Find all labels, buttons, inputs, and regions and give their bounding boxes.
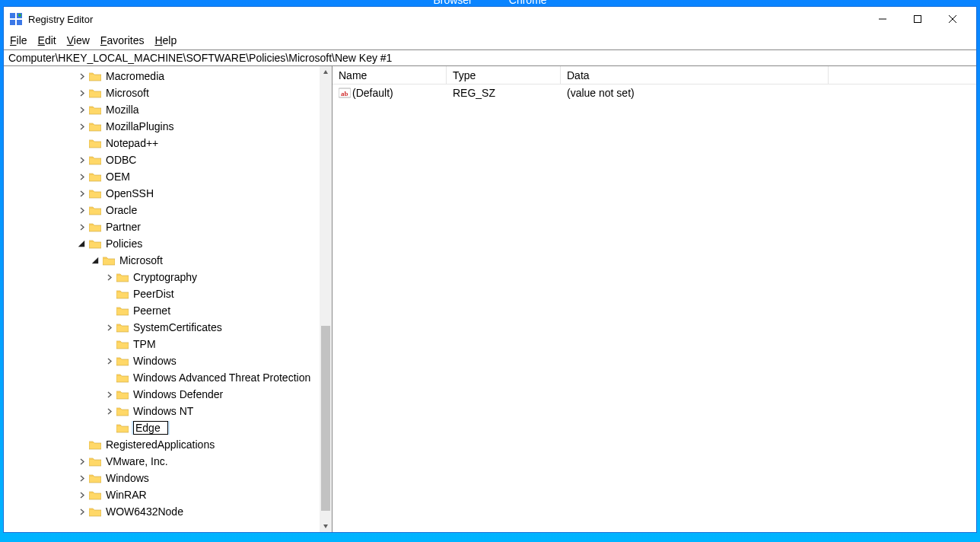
- chevron-right-icon[interactable]: [75, 204, 88, 216]
- maximize-button[interactable]: [900, 8, 935, 30]
- chevron-right-icon[interactable]: [75, 472, 88, 484]
- tree-item[interactable]: Windows NT: [5, 403, 320, 419]
- tree-item[interactable]: Notepad++: [5, 135, 320, 151]
- tree-item-editing[interactable]: [132, 421, 170, 435]
- value-type: REG_SZ: [453, 87, 495, 99]
- tree-item[interactable]: SystemCertificates: [5, 319, 320, 336]
- tree-item[interactable]: WOW6432Node: [5, 503, 320, 520]
- chevron-right-icon[interactable]: [75, 120, 88, 132]
- tree-item[interactable]: VMware, Inc.: [5, 453, 320, 470]
- tree-item[interactable]: OEM: [5, 168, 320, 185]
- folder-icon: [89, 121, 101, 132]
- chevron-right-icon[interactable]: [103, 271, 115, 283]
- menubar: File Edit View Favorites Help: [4, 31, 976, 49]
- tree-item[interactable]: RegisteredApplications: [5, 436, 320, 453]
- chevron-right-icon[interactable]: [75, 70, 88, 82]
- minimize-button[interactable]: [865, 8, 900, 30]
- tree-item[interactable]: Microsoft: [5, 84, 320, 101]
- tree-item-label: Policies: [104, 238, 144, 250]
- titlebar[interactable]: Registry Editor: [4, 7, 976, 31]
- folder-icon: [116, 372, 129, 383]
- menu-view[interactable]: View: [67, 34, 90, 46]
- chevron-right-icon[interactable]: [75, 221, 88, 233]
- chevron-right-icon[interactable]: [75, 489, 88, 501]
- chevron-right-icon[interactable]: [103, 388, 115, 400]
- values-header: Name Type Data: [332, 66, 976, 84]
- tree-item[interactable]: Macromedia: [5, 68, 320, 84]
- folder-icon: [116, 389, 129, 400]
- tree-item-label: Oracle: [104, 204, 138, 216]
- chevron-right-icon[interactable]: [103, 355, 115, 367]
- close-button[interactable]: [935, 8, 970, 30]
- folder-icon: [116, 422, 129, 433]
- tree-item[interactable]: Mozilla: [5, 101, 320, 118]
- chevron-right-icon[interactable]: [103, 405, 115, 417]
- registry-tree[interactable]: MacromediaMicrosoftMozillaMozillaPlugins…: [4, 66, 320, 521]
- chevron-right-icon[interactable]: [75, 171, 88, 183]
- folder-icon: [116, 339, 129, 349]
- chevron-right-icon[interactable]: [75, 455, 88, 467]
- string-value-icon: [339, 87, 351, 99]
- scroll-up-icon[interactable]: [320, 66, 332, 78]
- tree-item[interactable]: Windows Advanced Threat Protection: [5, 369, 320, 386]
- chevron-down-icon[interactable]: [89, 254, 101, 266]
- col-type[interactable]: Type: [447, 66, 561, 84]
- folder-icon: [89, 71, 101, 81]
- scrollbar-thumb[interactable]: [321, 326, 330, 512]
- tree-item[interactable]: OpenSSH: [5, 185, 320, 202]
- folder-icon: [116, 305, 129, 316]
- folder-icon: [89, 473, 101, 483]
- tree-item[interactable]: PeerDist: [5, 285, 320, 302]
- chevron-down-icon[interactable]: [75, 238, 88, 250]
- tree-item[interactable]: TPM: [5, 336, 320, 352]
- tree-item[interactable]: Partner: [5, 218, 320, 235]
- menu-file[interactable]: File: [10, 34, 27, 46]
- chevron-right-icon[interactable]: [75, 187, 88, 199]
- tree-item[interactable]: Policies: [5, 235, 320, 252]
- chevron-right-icon[interactable]: [75, 154, 88, 166]
- folder-icon: [89, 506, 101, 517]
- col-name[interactable]: Name: [332, 66, 447, 84]
- tree-item-label: OEM: [104, 171, 132, 183]
- svg-rect-3: [17, 20, 22, 25]
- menu-edit[interactable]: Edit: [38, 34, 56, 46]
- regedit-icon: [10, 13, 22, 25]
- tree-item[interactable]: Cryptography: [5, 269, 320, 285]
- tree-item[interactable]: MozillaPlugins: [5, 118, 320, 135]
- chevron-right-icon[interactable]: [75, 87, 88, 99]
- values-pane: Name Type Data (Default)REG_SZ(value not…: [332, 66, 976, 532]
- rename-input[interactable]: [133, 421, 168, 435]
- chevron-right-icon[interactable]: [75, 505, 88, 518]
- scroll-down-icon[interactable]: [320, 520, 332, 532]
- address-bar[interactable]: Computer\HKEY_LOCAL_MACHINE\SOFTWARE\Pol…: [4, 49, 976, 66]
- tree-item-label: Notepad++: [104, 137, 160, 149]
- tree-item[interactable]: Peernet: [5, 302, 320, 319]
- tree-item-label: TPM: [132, 338, 158, 350]
- tree-item-label: Peernet: [132, 304, 172, 317]
- tree-item[interactable]: Windows: [5, 352, 320, 369]
- menu-favorites[interactable]: Favorites: [100, 34, 145, 46]
- tree-item-label: VMware, Inc.: [104, 455, 170, 467]
- chevron-right-icon[interactable]: [75, 104, 88, 116]
- value-data: (value not set): [567, 87, 635, 99]
- folder-icon: [116, 322, 129, 333]
- tree-item[interactable]: ODBC: [5, 151, 320, 168]
- svg-rect-2: [10, 20, 15, 25]
- folder-icon: [89, 171, 101, 182]
- tree-item[interactable]: WinRAR: [5, 486, 320, 503]
- svg-rect-6: [915, 16, 921, 23]
- tree-item[interactable]: Windows Defender: [5, 386, 320, 403]
- value-row[interactable]: (Default)REG_SZ(value not set): [332, 84, 976, 101]
- tree-item[interactable]: Oracle: [5, 202, 320, 218]
- svg-point-4: [18, 14, 21, 17]
- tree-item[interactable]: Microsoft: [5, 252, 320, 269]
- menu-help[interactable]: Help: [154, 34, 177, 46]
- tree-scrollbar[interactable]: [320, 66, 332, 532]
- folder-icon: [116, 406, 129, 416]
- chevron-right-icon[interactable]: [103, 321, 115, 333]
- folder-icon: [89, 489, 101, 500]
- tree-item[interactable]: [5, 419, 320, 436]
- svg-marker-11: [323, 70, 328, 74]
- tree-item[interactable]: Windows: [5, 470, 320, 486]
- col-data[interactable]: Data: [561, 66, 829, 84]
